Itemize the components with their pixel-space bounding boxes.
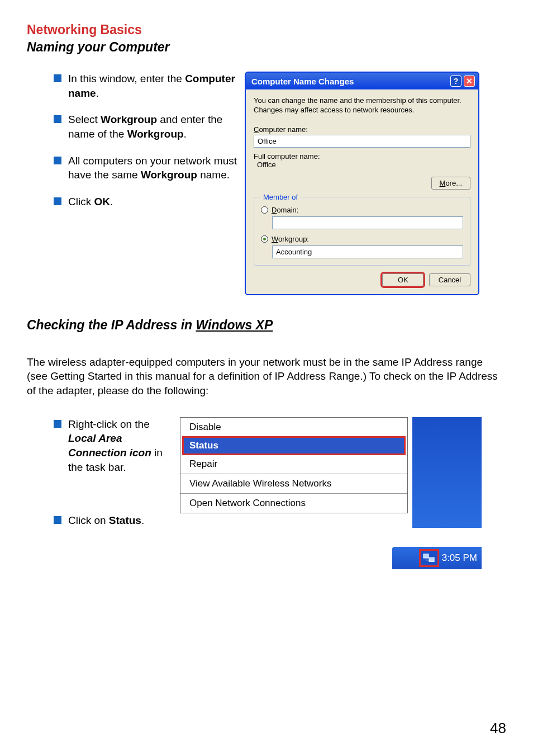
body-paragraph: The wireless adapter-equipped computers … <box>27 355 506 398</box>
taskbar-clock: 3:05 PM <box>442 552 477 564</box>
radio-icon[interactable] <box>261 206 268 214</box>
instruction-item: In this window, enter the Computer name. <box>54 72 239 100</box>
cancel-button[interactable]: Cancel <box>429 273 470 286</box>
instruction-item: Right-click on the Local Area Connection… <box>54 417 172 475</box>
close-icon[interactable]: ✕ <box>464 75 475 87</box>
instruction-text: Select Workgroup and enter the name of t… <box>68 112 239 141</box>
instruction-text: Click OK. <box>68 195 239 209</box>
taskbar: 3:05 PM <box>392 547 482 569</box>
instruction-item: All computers on your network must have … <box>54 154 239 182</box>
subsection-title: Checking the IP Address in Windows XP <box>27 318 506 333</box>
section-subtitle: Naming your Computer <box>27 40 506 55</box>
dialog-description: You can change the name and the membersh… <box>254 96 470 115</box>
bullet-icon <box>54 157 61 164</box>
page-number: 48 <box>490 720 506 737</box>
dialog-title: Computer Name Changes <box>251 77 354 86</box>
network-tray-icon[interactable] <box>421 551 437 565</box>
context-menu: Disable Status Repair View Available Wir… <box>180 417 408 513</box>
bullet-icon <box>54 115 61 123</box>
instruction-text: All computers on your network must have … <box>68 154 239 182</box>
svg-rect-1 <box>429 557 434 561</box>
instruction-item: Select Workgroup and enter the name of t… <box>54 112 239 141</box>
menu-item-disable[interactable]: Disable <box>180 418 407 437</box>
help-icon[interactable]: ? <box>450 75 461 87</box>
dialog-titlebar[interactable]: Computer Name Changes ? ✕ <box>246 73 478 89</box>
member-of-legend: Member of <box>261 193 300 201</box>
desktop-strip <box>412 417 482 528</box>
section-title: Networking Basics <box>27 22 506 37</box>
instruction-item: Click on Status. <box>54 513 172 528</box>
domain-label: Domain: <box>272 206 298 214</box>
bullet-icon <box>54 420 61 428</box>
menu-item-open-connections[interactable]: Open Network Connections <box>180 494 407 513</box>
bullet-icon <box>54 74 61 82</box>
computer-name-dialog: Computer Name Changes ? ✕ You can change… <box>245 72 479 295</box>
bullet-icon <box>54 516 61 524</box>
instruction-text: Click on Status. <box>68 513 172 528</box>
instruction-text: In this window, enter the Computer name. <box>68 72 239 100</box>
bullet-icon <box>54 197 61 205</box>
computer-name-input[interactable] <box>254 135 470 148</box>
taskbar-screenshot: Disable Status Repair View Available Wir… <box>180 417 482 567</box>
menu-item-view-networks[interactable]: View Available Wireless Networks <box>180 474 407 493</box>
member-of-group: Member of Domain: Workgroup: <box>254 193 470 266</box>
more-button[interactable]: More... <box>431 177 470 190</box>
domain-input[interactable] <box>272 216 463 229</box>
instruction-item: Click OK. <box>54 195 239 209</box>
workgroup-input[interactable] <box>272 245 463 258</box>
full-computer-name: Full computer name: Office <box>254 152 470 169</box>
svg-rect-0 <box>423 554 429 558</box>
ok-button[interactable]: OK <box>382 273 423 286</box>
domain-radio-row[interactable]: Domain: <box>261 206 463 214</box>
menu-item-status[interactable]: Status <box>184 438 404 453</box>
computer-name-label: Computer name: <box>254 125 470 134</box>
workgroup-radio-row[interactable]: Workgroup: <box>261 235 463 243</box>
workgroup-label: Workgroup: <box>272 235 309 243</box>
menu-item-repair[interactable]: Repair <box>180 455 407 474</box>
radio-icon[interactable] <box>261 235 268 243</box>
instruction-text: Right-click on the Local Area Connection… <box>68 417 172 475</box>
